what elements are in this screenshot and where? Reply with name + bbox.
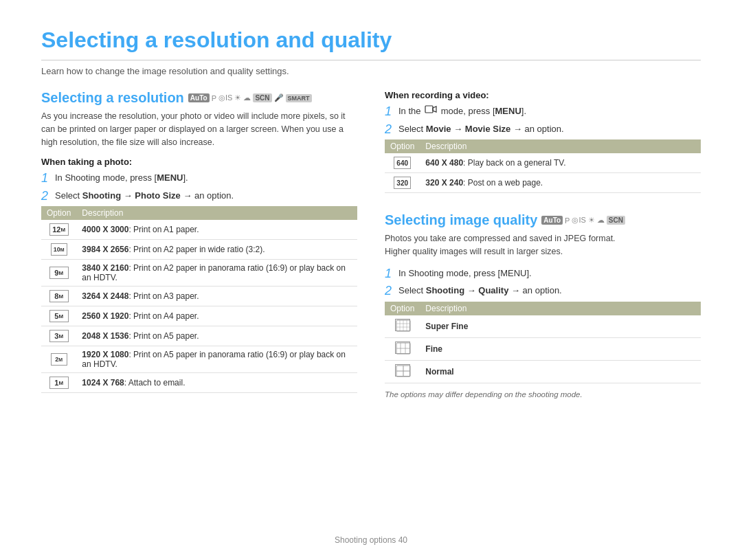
- table-row: Fine: [385, 337, 701, 360]
- table-row: 9M 3840 X 2160: Print on A2 paper in pan…: [41, 260, 357, 287]
- table-row: 2M 1920 X 1080: Print on A5 paper in pan…: [41, 346, 357, 373]
- quality-step-1: 1 In Shooting mode, press [MENU].: [385, 267, 701, 282]
- photo-step1-text: In Shooting mode, press [MENU].: [55, 171, 188, 185]
- auto-icon: AuTo: [188, 93, 210, 102]
- quality-step2-text: Select Shooting → Quality → an option.: [398, 284, 562, 298]
- resolution-section-title: Selecting a resolution AuTo P ◎IS ☀ ☁ SC…: [41, 90, 357, 106]
- video-step1-text: In the mode, press [MENU].: [398, 104, 526, 118]
- video-subsection-label: When recording a video:: [385, 90, 701, 100]
- 640-icon: 640: [394, 157, 411, 169]
- page-title: Selecting a resolution and quality: [41, 27, 701, 60]
- quality-auto-icon: AuTo: [541, 216, 563, 225]
- quality-table-header-option: Option: [385, 302, 420, 315]
- video-table-header-option: Option: [385, 139, 420, 153]
- page: Selecting a resolution and quality Learn…: [0, 0, 742, 560]
- photo-table-header-desc: Description: [76, 206, 357, 220]
- resolution-icons: AuTo P ◎IS ☀ ☁ SCN 🎤 SMART: [188, 93, 312, 102]
- quality-step-2: 2 Select Shooting → Quality → an option.: [385, 284, 701, 299]
- 1m-icon: 1M: [49, 377, 69, 389]
- svg-rect-0: [425, 106, 433, 113]
- page-footer: Shooting options 40: [0, 535, 742, 545]
- quality-step1-text: In Shooting mode, press [MENU].: [398, 267, 532, 280]
- 320-icon: 320: [394, 177, 411, 189]
- video-size-table: Option Description 640 640 X 480: Play b…: [385, 139, 701, 193]
- footer-text: Shooting options 40: [335, 535, 407, 545]
- quality-scn-icon: SCN: [607, 216, 625, 225]
- table-row: Normal: [385, 360, 701, 383]
- table-row: 12M 4000 X 3000: Print on A1 paper.: [41, 220, 357, 240]
- video-step-1: 1 In the mode, press [MENU].: [385, 104, 701, 120]
- left-column: Selecting a resolution AuTo P ◎IS ☀ ☁ SC…: [41, 90, 357, 400]
- table-row: 8M 3264 X 2448: Print on A3 paper.: [41, 287, 357, 306]
- table-row: 5M 2560 X 1920: Print on A4 paper.: [41, 306, 357, 326]
- 2m-icon: 2M: [51, 353, 67, 366]
- quality-section-title: Selecting image quality AuTo P ◎IS ☀ ☁ S…: [385, 212, 701, 228]
- table-row: 3M 2048 X 1536: Print on A5 paper.: [41, 326, 357, 346]
- fine-icon: [395, 341, 410, 354]
- scn-icon: SCN: [253, 93, 271, 102]
- photo-step-2: 2 Select Shooting → Photo Size → an opti…: [41, 189, 357, 204]
- photo-step2-text: Select Shooting → Photo Size → an option…: [55, 189, 234, 203]
- quality-body: Photos you take are compressed and saved…: [385, 232, 701, 258]
- video-mode-icon: [425, 104, 437, 118]
- video-table-header-desc: Description: [420, 139, 701, 153]
- 3m-icon: 3M: [49, 330, 69, 342]
- 9m-icon: 9M: [49, 267, 69, 279]
- photo-subsection-label: When taking a photo:: [41, 157, 357, 167]
- table-row: 10M 3984 X 2656: Print on A2 paper in wi…: [41, 240, 357, 260]
- video-step-2: 2 Select Movie → Movie Size → an option.: [385, 122, 701, 137]
- table-row: 320 320 X 240: Post on a web page.: [385, 173, 701, 193]
- quality-footer-note: The options may differ depending on the …: [385, 390, 701, 399]
- 12m-icon: 12M: [49, 223, 69, 236]
- photo-table-header-option: Option: [41, 206, 76, 220]
- quality-table: Option Description: [385, 302, 701, 383]
- page-subtitle: Learn how to change the image resolution…: [41, 66, 701, 76]
- table-row: 640 640 X 480: Play back on a general TV…: [385, 153, 701, 173]
- 5m-icon: 5M: [49, 310, 69, 322]
- 8m-icon: 8M: [49, 290, 69, 302]
- table-row: Super Fine: [385, 315, 701, 338]
- superfine-icon: [395, 319, 410, 331]
- resolution-body: As you increase the resolution, your pho…: [41, 110, 357, 148]
- photo-step-1: 1 In Shooting mode, press [MENU].: [41, 171, 357, 186]
- svg-marker-1: [433, 107, 436, 112]
- table-row: 1M 1024 X 768: Attach to email.: [41, 373, 357, 393]
- smart-icon: SMART: [286, 94, 312, 102]
- right-column: When recording a video: 1 In the mode, p…: [385, 90, 701, 400]
- quality-section: Selecting image quality AuTo P ◎IS ☀ ☁ S…: [385, 212, 701, 399]
- 10m-icon: 10M: [51, 243, 67, 256]
- two-column-layout: Selecting a resolution AuTo P ◎IS ☀ ☁ SC…: [41, 90, 701, 400]
- video-step2-text: Select Movie → Movie Size → an option.: [398, 122, 564, 136]
- photo-size-table: Option Description 12M 4000 X 3000: Prin…: [41, 206, 357, 393]
- quality-table-header-desc: Description: [420, 302, 701, 315]
- normal-icon: [395, 364, 410, 377]
- quality-icons: AuTo P ◎IS ☀ ☁ SCN: [541, 216, 625, 225]
